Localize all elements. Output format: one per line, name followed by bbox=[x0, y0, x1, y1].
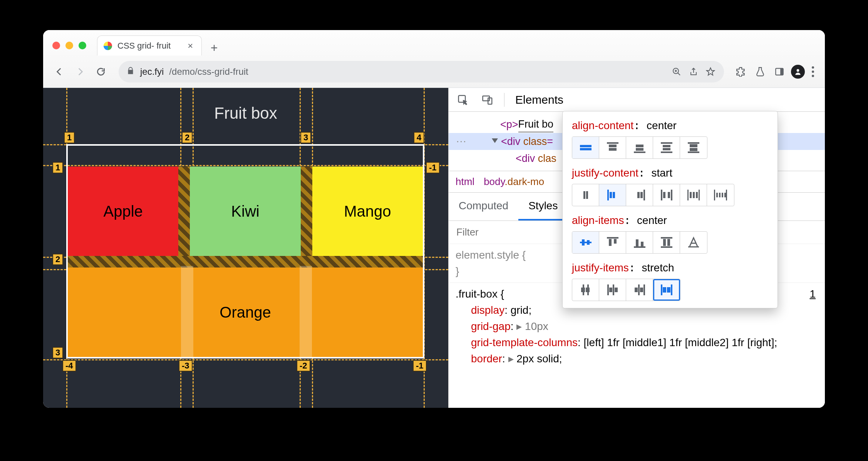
align-content-space-around-icon[interactable] bbox=[653, 137, 680, 158]
source-link[interactable]: 1 bbox=[809, 286, 816, 302]
popover-row-align-items: align-items: center bbox=[572, 214, 768, 254]
justify-content-space-evenly-icon[interactable] bbox=[707, 184, 734, 206]
svg-rect-24 bbox=[586, 191, 588, 199]
subtab-styles[interactable]: Styles bbox=[518, 193, 568, 220]
subtab-computed[interactable]: Computed bbox=[449, 193, 518, 220]
justify-content-center-icon[interactable] bbox=[572, 184, 599, 206]
page-title: Fruit box bbox=[43, 104, 448, 123]
devtools-tab-elements[interactable]: Elements bbox=[510, 88, 569, 111]
svg-rect-12 bbox=[636, 145, 643, 147]
svg-rect-15 bbox=[661, 142, 672, 144]
justify-content-space-between-icon[interactable] bbox=[653, 184, 680, 206]
svg-rect-10 bbox=[609, 145, 617, 147]
grid-number: 1 bbox=[52, 162, 63, 173]
devtools-panel: Elements <p>Fruit bo ⋯ <div class= <div … bbox=[448, 88, 825, 408]
bookmark-icon[interactable] bbox=[705, 66, 716, 77]
svg-rect-67 bbox=[615, 288, 618, 292]
minimize-window-icon[interactable] bbox=[65, 42, 73, 49]
svg-rect-64 bbox=[607, 284, 609, 295]
reload-button[interactable] bbox=[92, 63, 109, 80]
svg-rect-9 bbox=[607, 142, 618, 144]
popover-row-align-content: align-content: center bbox=[572, 119, 768, 159]
svg-rect-21 bbox=[690, 148, 697, 151]
justify-content-end-icon[interactable] bbox=[626, 184, 653, 206]
svg-rect-28 bbox=[637, 192, 640, 198]
side-panel-icon[interactable] bbox=[772, 64, 787, 79]
grid-line-horizontal bbox=[43, 359, 448, 360]
svg-rect-62 bbox=[581, 288, 585, 292]
browser-window: CSS grid- fruit × + jec.fyi/demo/css-gri… bbox=[43, 30, 825, 408]
grid-gap bbox=[301, 167, 312, 256]
svg-rect-73 bbox=[671, 284, 672, 295]
svg-rect-43 bbox=[722, 193, 723, 197]
svg-rect-8 bbox=[580, 148, 592, 150]
svg-rect-31 bbox=[661, 190, 662, 200]
close-window-icon[interactable] bbox=[52, 42, 60, 49]
zoom-window-icon[interactable] bbox=[79, 42, 86, 49]
justify-items-start-icon[interactable] bbox=[599, 279, 626, 301]
breadcrumb-item[interactable]: body.dark-mo bbox=[484, 176, 544, 188]
justify-content-start-icon[interactable] bbox=[599, 184, 626, 206]
extensions-icon[interactable] bbox=[733, 64, 749, 79]
svg-rect-69 bbox=[643, 284, 645, 295]
close-tab-icon[interactable]: × bbox=[188, 40, 193, 51]
svg-rect-14 bbox=[634, 151, 645, 153]
justify-items-stretch-icon[interactable] bbox=[653, 279, 680, 301]
svg-rect-58 bbox=[661, 246, 672, 248]
align-content-center-icon[interactable] bbox=[572, 137, 599, 158]
svg-rect-68 bbox=[638, 284, 640, 295]
style-declaration[interactable]: grid-gap: ▸ 10px bbox=[456, 318, 818, 335]
grid-number: -1 bbox=[426, 162, 440, 173]
svg-rect-71 bbox=[640, 288, 643, 292]
svg-rect-66 bbox=[609, 288, 612, 292]
svg-rect-51 bbox=[614, 239, 617, 244]
svg-rect-63 bbox=[586, 288, 590, 292]
align-items-start-icon[interactable] bbox=[599, 232, 626, 253]
justify-items-end-icon[interactable] bbox=[626, 279, 653, 301]
justify-content-space-around-icon[interactable] bbox=[680, 184, 707, 206]
disclosure-triangle-icon[interactable] bbox=[492, 138, 498, 143]
align-items-center-icon[interactable] bbox=[572, 232, 599, 253]
page-viewport: Fruit box 1 2 3 4 1 2 3 -1 -4 -3 -2 bbox=[43, 88, 448, 408]
browser-menu-icon[interactable] bbox=[809, 63, 817, 80]
grid-line-overlay bbox=[300, 266, 312, 358]
grid-cell-orange: Orange bbox=[68, 268, 423, 357]
tab-title: CSS grid- fruit bbox=[117, 41, 171, 51]
address-bar[interactable]: jec.fyi/demo/css-grid-fruit bbox=[119, 61, 724, 82]
svg-rect-65 bbox=[613, 284, 614, 295]
svg-rect-33 bbox=[668, 192, 670, 198]
new-tab-button[interactable]: + bbox=[206, 40, 222, 56]
align-content-end-icon[interactable] bbox=[626, 137, 653, 158]
zoom-icon[interactable] bbox=[671, 66, 682, 77]
svg-rect-38 bbox=[696, 192, 698, 198]
share-icon[interactable] bbox=[688, 66, 699, 77]
align-content-start-icon[interactable] bbox=[599, 137, 626, 158]
style-declaration[interactable]: border: ▸ 2px solid; bbox=[456, 351, 818, 367]
profile-icon[interactable] bbox=[791, 65, 805, 79]
url-path: /demo/css-grid-fruit bbox=[169, 66, 248, 77]
back-button[interactable] bbox=[51, 63, 68, 80]
labs-icon[interactable] bbox=[752, 64, 768, 79]
browser-tab[interactable]: CSS grid- fruit × bbox=[97, 35, 202, 56]
grid-cell-kiwi: Kiwi bbox=[190, 167, 300, 256]
align-items-baseline-icon[interactable] bbox=[680, 232, 707, 253]
breadcrumb-item[interactable]: html bbox=[456, 176, 474, 188]
svg-rect-48 bbox=[587, 240, 590, 245]
inspect-icon[interactable] bbox=[452, 88, 474, 111]
svg-rect-2 bbox=[780, 68, 783, 75]
grid-cell-mango: Mango bbox=[312, 167, 423, 256]
align-items-stretch-icon[interactable] bbox=[653, 232, 680, 253]
svg-rect-46 bbox=[580, 242, 592, 243]
url-host: jec.fyi bbox=[140, 66, 164, 77]
svg-rect-13 bbox=[636, 148, 643, 151]
justify-items-center-icon[interactable] bbox=[572, 279, 599, 301]
svg-rect-17 bbox=[663, 148, 670, 150]
grid-number: 1 bbox=[64, 132, 75, 143]
align-content-stretch-icon[interactable] bbox=[680, 137, 707, 158]
device-toggle-icon[interactable] bbox=[476, 88, 499, 111]
align-items-end-icon[interactable] bbox=[626, 232, 653, 253]
svg-rect-70 bbox=[635, 288, 638, 292]
style-declaration[interactable]: grid-template-columns: [left] 1fr [middl… bbox=[456, 335, 818, 351]
forward-button[interactable] bbox=[72, 63, 89, 80]
svg-rect-50 bbox=[609, 239, 612, 246]
